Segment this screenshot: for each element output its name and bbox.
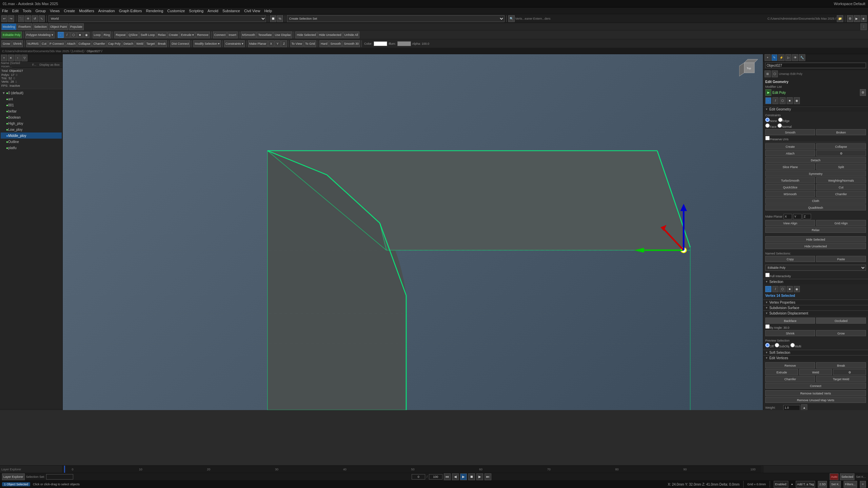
menu-customize[interactable]: Customize	[167, 9, 185, 13]
motion-panel-btn[interactable]: ▷	[785, 54, 791, 61]
delete-layer-btn[interactable]: ✕	[8, 55, 14, 61]
attach-geo-btn[interactable]: Attach	[765, 150, 815, 156]
chamfer-vert-btn[interactable]: Chamfer	[765, 376, 815, 382]
addkey-plus-btn[interactable]: +	[860, 481, 866, 488]
hide-unsel-btn[interactable]: Hide Unselected	[765, 243, 866, 249]
target-btn[interactable]: Target	[145, 40, 156, 47]
tab-modeling[interactable]: Modeling	[1, 23, 17, 30]
vertex-sel-icon[interactable]: ·	[58, 32, 64, 38]
collapse-btn[interactable]: Collapse	[77, 40, 92, 47]
tree-item-ant[interactable]: ● ant	[1, 96, 62, 102]
border-sel-rp[interactable]: ⬡	[780, 286, 786, 292]
edge-radio[interactable]	[778, 118, 783, 122]
render-setup-btn[interactable]: ⚙	[847, 15, 853, 22]
normal-radio[interactable]	[777, 123, 782, 128]
quickslice-btn[interactable]: QuickSlice	[765, 184, 815, 190]
tree-item-high-ploy[interactable]: ● High_ploy	[1, 120, 62, 126]
create-selection-set-dropdown[interactable]: Create Selection Set	[287, 15, 505, 22]
to-view-btn[interactable]: To View	[290, 40, 303, 47]
search-btn[interactable]: 🔍	[508, 15, 515, 22]
smooth-geo-btn[interactable]: Smooth	[765, 129, 815, 135]
border-subobj-btn[interactable]: ⬡	[780, 97, 786, 104]
menu-views[interactable]: Views	[50, 9, 60, 13]
qslice-btn[interactable]: QSlice	[127, 32, 139, 38]
tree-item-default[interactable]: ▼ ● 0 (default)	[1, 90, 62, 96]
left-panel-resize[interactable]	[0, 409, 62, 410]
smooth30-btn[interactable]: Smooth 30	[342, 40, 360, 47]
remove-vert-btn[interactable]: Remove	[765, 362, 815, 368]
mp-y-input[interactable]	[793, 214, 802, 219]
dist-connect-btn[interactable]: Dist Connect	[170, 40, 191, 47]
view-align-btn[interactable]: View Align	[765, 220, 815, 226]
menu-arnold[interactable]: Arnold	[208, 9, 218, 13]
off-radio[interactable]	[765, 343, 770, 347]
by-angle-check[interactable]	[765, 324, 770, 329]
unhide-all-btn[interactable]: Unhide All	[343, 32, 360, 38]
occluded-btn[interactable]: Occluded	[816, 318, 866, 324]
connect-vert-btn[interactable]: Connect	[765, 383, 866, 389]
scale-btn[interactable]: ⤡	[39, 15, 45, 22]
menu-group[interactable]: Group	[35, 9, 46, 13]
tree-item-outline[interactable]: ● Outline	[1, 139, 62, 145]
hide-unselected-btn[interactable]: Hide Unselected	[317, 32, 342, 38]
edge-sel-rp[interactable]: /	[772, 286, 778, 292]
mp-z-input[interactable]	[803, 214, 811, 219]
selection-section-header[interactable]: Selection	[763, 279, 868, 284]
undo-btn[interactable]: ↩	[1, 15, 7, 22]
material-editor-btn[interactable]: ◈	[861, 15, 867, 22]
preserve-uvs-check[interactable]	[765, 136, 770, 140]
grow-subdiv-btn[interactable]: Grow	[816, 330, 866, 336]
edit-geometry-header[interactable]: Edit Geometry	[763, 106, 868, 112]
swift-loop-btn[interactable]: Swift Loop	[139, 32, 156, 38]
repeat-btn[interactable]: Repeat	[114, 32, 127, 38]
menu-substance[interactable]: Substance	[222, 9, 240, 13]
edge-subobj-btn[interactable]: /	[772, 97, 778, 104]
display-panel-btn[interactable]: 👁	[792, 54, 798, 61]
tree-item-001[interactable]: ● 001	[1, 102, 62, 108]
quadmesh-btn[interactable]: QuadMesh	[765, 204, 866, 210]
unwrap-icon-btn[interactable]: ⊞	[765, 70, 771, 77]
to-grid-btn[interactable]: To Grid	[304, 40, 316, 47]
polygon-modeling-btn[interactable]: Polygon Modeling ▾	[25, 32, 55, 38]
menu-tools[interactable]: Tools	[23, 9, 32, 13]
edit-poly-icon-btn[interactable]: ⬡	[772, 70, 778, 77]
add-tag-btn[interactable]: Add T. a Tag	[796, 481, 815, 488]
element-sel-rp[interactable]: ◉	[794, 286, 800, 292]
face-radio[interactable]	[765, 123, 770, 128]
remove-isolated-btn[interactable]: Remove Isolated Verts	[765, 390, 866, 396]
hard-btn[interactable]: Hard	[319, 40, 329, 47]
go-end-btn[interactable]: ⏭	[485, 473, 491, 480]
tree-item-middle-ploy[interactable]: ● Middle_ploy	[1, 133, 62, 139]
multi-radio[interactable]	[790, 343, 795, 347]
tab-selection[interactable]: Selection	[33, 23, 48, 30]
coord-system-dropdown[interactable]: World	[48, 15, 266, 22]
detach-btn[interactable]: Detach	[122, 40, 135, 47]
create-panel-btn[interactable]: +	[765, 54, 771, 61]
vertex-props-header[interactable]: Vertex Properties	[763, 300, 868, 305]
broken-btn[interactable]: Broken	[816, 129, 866, 135]
viewport-canvas[interactable]: Top	[63, 54, 763, 410]
edit-poly-dropdown[interactable]: Editable Poly	[765, 265, 866, 271]
menu-animation[interactable]: Animation	[98, 9, 115, 13]
prev-frame-btn[interactable]: ◀	[452, 473, 459, 480]
relax-align-btn[interactable]: Relax	[765, 227, 866, 233]
break-btn[interactable]: Break	[156, 40, 167, 47]
extrude-vert-btn[interactable]: Extrude	[765, 369, 798, 375]
weld-btn[interactable]: Weld	[135, 40, 144, 47]
poly-subobj-btn[interactable]: ■	[787, 97, 793, 104]
grid-align-btn[interactable]: Grid Align	[816, 220, 866, 226]
hierarchy-panel-btn[interactable]: ⚡	[778, 54, 785, 61]
vertex-sel-rp[interactable]: ·	[765, 286, 771, 292]
redo-btn[interactable]: ↪	[8, 15, 14, 22]
next-frame-btn[interactable]: ▶	[476, 473, 483, 480]
detach-geo-btn[interactable]: Detach	[765, 157, 866, 163]
poly-sel-rp[interactable]: ■	[787, 286, 793, 292]
modifier-expand[interactable]: ▶	[765, 89, 771, 96]
loop-btn[interactable]: Loop	[93, 32, 102, 38]
edge-sel-icon[interactable]: /	[64, 32, 70, 38]
use-displac-btn[interactable]: Use Displac	[273, 32, 292, 38]
weld-settings-btn[interactable]: ⚙	[833, 369, 866, 375]
grow-btn[interactable]: Grow	[1, 40, 12, 47]
align-x-btn[interactable]: X	[268, 40, 274, 47]
symmetry-geo-btn[interactable]: Symmetry	[765, 170, 866, 177]
